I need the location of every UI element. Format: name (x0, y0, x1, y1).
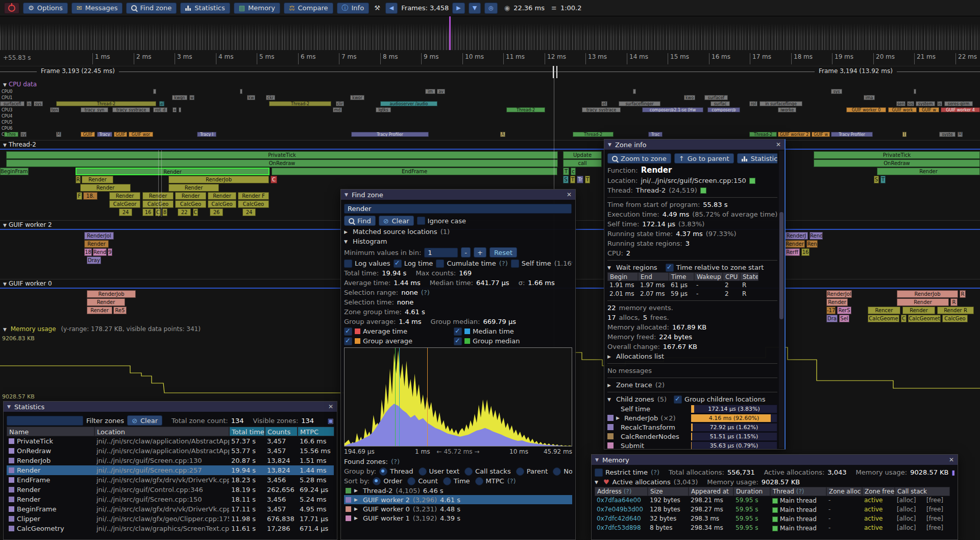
timeline-zone[interactable]: 16 (142, 208, 154, 216)
child-zones-toggle[interactable]: ▼Child zones(5) Group children locations (607, 394, 777, 404)
timeline-zone[interactable]: RenderJob (168, 176, 269, 183)
zone-group-row[interactable]: ▶ GUIF worker 0 (3,231) 4.48 s (344, 504, 572, 513)
timeline-zone[interactable]: CalcGeomet (908, 315, 941, 322)
cpu-zone[interactable] (240, 89, 242, 94)
timeline-zone[interactable]: Render (82, 176, 113, 183)
timeline-zone[interactable]: CalcGeo (238, 200, 269, 208)
cpu-zone[interactable]: kwor (350, 95, 364, 100)
legend-checkbox[interactable]: Average time (344, 326, 454, 336)
timeline-zone[interactable]: Render (785, 240, 805, 248)
next-frame-button[interactable]: ▶ (452, 3, 464, 14)
reset-button[interactable]: Reset (489, 247, 517, 257)
column-header-call-stack[interactable]: Call stack (895, 487, 950, 496)
zoom-to-zone-button[interactable]: Zoom to zone (607, 153, 671, 163)
cpu-zone[interactable]: surfacefl (0, 101, 24, 106)
cpu-zone[interactable]: GUIF (114, 132, 127, 137)
cpu-zone[interactable]: GUIF wor (129, 132, 153, 137)
timeline-zone[interactable]: Render (80, 184, 131, 192)
timeline-zone[interactable]: T (585, 176, 590, 183)
scrollbar[interactable] (779, 151, 784, 448)
view-options-icon[interactable]: ▣ (328, 417, 334, 425)
cpu-zone[interactable]: Trac (648, 132, 663, 137)
group-by-option[interactable]: User text (419, 467, 459, 476)
ignore-case-checkbox[interactable]: Ignore case (417, 217, 466, 225)
timeline-zone[interactable]: Rend (93, 248, 107, 256)
self-time-checkbox[interactable]: Self time (511, 260, 551, 268)
column-header-zone-alloc[interactable]: Zone alloc (826, 487, 862, 496)
zone-group-row[interactable]: ▶ Thread-2 (4,105) 6.46 s (344, 486, 572, 495)
cpu-zone[interactable]: surfaceflinger (619, 101, 660, 106)
group-by-option[interactable]: Parent (516, 467, 548, 476)
collapse-icon[interactable]: ▼ (3, 143, 7, 148)
timeline-zone[interactable]: CalcGeo (208, 200, 236, 208)
table-row[interactable]: PrivateTick jni/../jni/src/claw/applicat… (7, 436, 334, 446)
timeline-zone[interactable]: call (563, 159, 602, 167)
cpu-zone[interactable]: GUIF worker 0 (846, 107, 886, 112)
help-marker[interactable]: (?) (651, 468, 659, 476)
column-header-wakeup[interactable]: Wakeup (694, 272, 723, 281)
cpu-zone[interactable]: Tracy (97, 132, 112, 137)
table-row[interactable]: Render jni/../jni/src/guif/Screen.cpp:15… (7, 495, 334, 504)
timeline-zone[interactable]: RenderJol (84, 232, 114, 240)
active-allocations-toggle[interactable]: ▼ ♥ Active allocations (3,043) Memory us… (595, 477, 954, 487)
expand-icon[interactable]: ▶ (616, 415, 620, 420)
timeline-zone[interactable]: Render (826, 298, 848, 306)
timeline-zone[interactable]: 9 (108, 248, 112, 256)
timeline-zone[interactable]: R (960, 290, 966, 298)
search-input[interactable] (344, 204, 572, 214)
cpu-zone[interactable]: GUIF w (919, 107, 939, 112)
child-zone-row[interactable]: Self time 172.14 μs (3.83%) (607, 404, 777, 413)
cpu-zone[interactable]: Thre (4, 132, 18, 137)
cpu-zone[interactable]: surfac (710, 101, 730, 106)
cpu-zone[interactable]: system (916, 101, 935, 106)
column-header-location[interactable]: Location (94, 427, 229, 436)
cpu-zone[interactable]: Thread-2 (573, 132, 614, 137)
cpu-zone[interactable]: iworke (778, 107, 796, 112)
timeline-zone[interactable]: Dra (826, 315, 838, 322)
timeline-zone[interactable]: Re5 (113, 307, 127, 314)
memory-usage-header[interactable]: ▼ Memory usage (y-range: 178.27 KB, visi… (3, 325, 201, 333)
matched-locations-toggle[interactable]: ▶Matched source locations(1) (344, 227, 572, 237)
compare-button[interactable]: ⚖Compare (284, 3, 333, 14)
column-header-zone-free[interactable]: Zone free (862, 487, 895, 496)
cpu-zone[interactable]: w (189, 95, 194, 100)
collapse-icon[interactable]: ▼ (595, 457, 599, 462)
frame-overview-graph[interactable] (0, 16, 980, 51)
help-marker[interactable]: (?) (421, 289, 430, 296)
cpu-zone[interactable]: sis (907, 101, 914, 106)
timeline-zone[interactable]: EndFrame (272, 168, 557, 175)
location-value[interactable]: jni/../jni/src/guif/Screen.cpp:150 (641, 177, 746, 184)
cpu-zone[interactable]: tracy_syn (81, 107, 108, 112)
relative-time-checkbox[interactable]: Time relative to zone start (666, 264, 764, 272)
allocation-row[interactable]: 0x7dfc42d640 32 bytes 298.3 ms 59.95 s M… (595, 514, 954, 524)
timeline-zone[interactable]: 26 (210, 208, 223, 216)
timeline-zone[interactable]: T (570, 176, 575, 183)
cpu-zone[interactable]: + (173, 107, 177, 112)
sort-by-option[interactable]: Time (443, 477, 470, 485)
thread2-header[interactable]: ▼Thread-2 (0, 140, 980, 148)
cpu-zone[interactable] (153, 89, 156, 94)
memory-titlebar[interactable]: ▼ Memory ✕ (592, 455, 958, 465)
wait-region-row[interactable]: 1.91 ms1.97 ms61 μs-2R (607, 281, 777, 290)
timeline-zone[interactable]: S (563, 176, 569, 183)
cpu-zone[interactable]: sys (34, 101, 43, 106)
cpu-zone[interactable]: Tracy Profiler (831, 132, 873, 137)
collapse-icon[interactable]: ▼ (3, 281, 7, 287)
column-header-mtpc[interactable]: MTPC (298, 427, 334, 436)
column-header-begin[interactable]: Begin (607, 272, 638, 281)
log-values-checkbox[interactable]: Log values (344, 260, 390, 268)
table-row[interactable]: RenderJob jni/../jni/src/guif/Screen.cpp… (7, 456, 334, 465)
timeline-zone[interactable]: Render (109, 192, 140, 200)
child-zone-row[interactable]: CalcRenderNodes 51.51 μs (1.15%) (607, 432, 777, 441)
column-header-name[interactable]: Name (7, 427, 94, 436)
column-header-size[interactable]: Size (648, 487, 689, 496)
cpu-zone[interactable]: GUIF w (812, 132, 830, 137)
cpu-zone[interactable]: I (902, 132, 906, 137)
cpu-zone[interactable]: av (437, 89, 445, 94)
column-header-time[interactable]: Time (669, 272, 694, 281)
table-row[interactable]: BeginFrame jni/../jni/src/claw/gfx/drv/v… (7, 504, 334, 514)
cpu-data-header[interactable]: ▼CPU data (3, 81, 37, 88)
timeline-zone[interactable]: -17 (826, 307, 836, 314)
info-button[interactable]: ⓘInfo (337, 3, 370, 14)
clear-button[interactable]: ⊘Clear (379, 216, 414, 226)
